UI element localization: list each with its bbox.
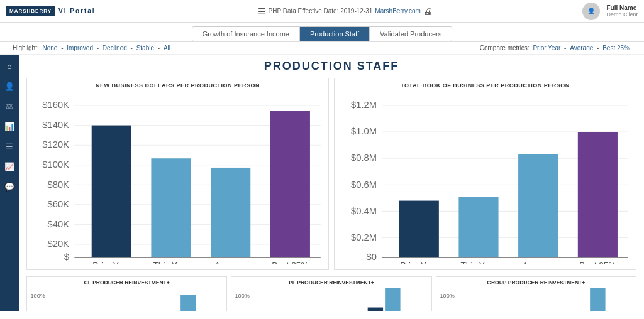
logo-box: MARSHBERRY	[6, 6, 55, 16]
user-info: Full Name Demo Client	[606, 4, 638, 18]
svg-text:$160K: $160K	[42, 100, 69, 110]
new-business-title: NEW BUSINESS DOLLARS PER PRODUCTION PERS…	[32, 82, 323, 89]
sidebar-icon-user[interactable]: 👤	[2, 80, 17, 92]
highlight-all[interactable]: All	[164, 45, 170, 51]
bar2-average	[518, 154, 558, 257]
highlight-improved[interactable]: Improved	[67, 45, 93, 51]
svg-text:$0: $0	[367, 252, 377, 262]
highlight-bar: Highlight: None - Improved - Declined - …	[0, 42, 644, 55]
svg-text:This Year: This Year	[153, 261, 189, 264]
svg-text:$20K: $20K	[48, 239, 70, 249]
bar2-this-year	[458, 197, 498, 257]
avatar: 👤	[582, 3, 600, 20]
svg-text:100%: 100%	[440, 293, 455, 299]
svg-text:$80K: $80K	[48, 180, 70, 190]
group-reinvestment-chart: GROUP PRODUCER REINVESTMENT+ 100% 80% 60…	[436, 276, 636, 311]
page-title: PRODUCTION STAFF	[26, 60, 636, 73]
reinvestment-row: CL PRODUCER REINVESTMENT+ 100% 80% 60% 4…	[26, 276, 636, 311]
highlight-left: Highlight: None - Improved - Declined - …	[13, 45, 172, 51]
svg-text:Prior Year: Prior Year	[92, 261, 130, 264]
tab-bar: Growth of Insurance Income Production St…	[0, 23, 644, 42]
svg-text:$120K: $120K	[42, 139, 69, 149]
tab-production[interactable]: Production Staff	[300, 27, 370, 41]
group-title: GROUP PRODUCER REINVESTMENT+	[440, 279, 632, 286]
bar-this-year	[151, 158, 191, 257]
pl-svg: 100% 80% 60% 40% 20% Your Agency Average…	[235, 288, 427, 311]
sidebar: ⌂ 👤 ⚖ 📊 ☰ 📈 💬	[0, 55, 19, 311]
sidebar-icon-chart[interactable]: 📊	[2, 120, 17, 132]
sidebar-icon-list[interactable]: ☰	[2, 140, 17, 153]
svg-text:100%: 100%	[31, 293, 45, 299]
svg-text:$0.2M: $0.2M	[351, 232, 377, 242]
svg-text:$0.8M: $0.8M	[351, 153, 377, 163]
pl-reinvestment-chart: PL PRODUCER REINVESTMENT+ 100% 80% 60% 4…	[231, 276, 431, 311]
svg-rect-67	[368, 307, 383, 311]
layout: ⌂ 👤 ⚖ 📊 ☰ 📈 💬 PRODUCTION STAFF NEW BUSIN…	[0, 55, 644, 311]
highlight-none[interactable]: None	[42, 45, 57, 51]
svg-text:$0.6M: $0.6M	[351, 180, 377, 190]
php-date-label: PHP Data Effective Date: 2019-12-31	[269, 8, 373, 14]
user-name: Full Name	[606, 4, 638, 11]
svg-text:Average: Average	[214, 261, 247, 264]
sidebar-icon-trending[interactable]: 📈	[2, 160, 17, 173]
bar-prior-year	[92, 126, 131, 257]
total-book-title: TOTAL BOOK OF BUSINESS PER PRODUCTION PE…	[340, 82, 631, 89]
cl-svg: 100% 80% 60% 40% 20% Your Agency Average	[31, 288, 223, 311]
sidebar-icon-chat[interactable]: 💬	[2, 180, 17, 193]
top-center: ☰ PHP Data Effective Date: 2019-12-31 Ma…	[107, 6, 582, 16]
logo-area: MARSHBERRY VI Portal	[6, 6, 107, 16]
svg-text:Best 25%: Best 25%	[579, 261, 616, 264]
cl-title: CL PRODUCER REINVESTMENT+	[31, 279, 223, 286]
svg-text:$: $	[64, 252, 69, 262]
new-business-chart: NEW BUSINESS DOLLARS PER PRODUCTION PERS…	[26, 78, 329, 270]
compare-best25[interactable]: Best 25%	[602, 45, 630, 51]
portal-label: VI Portal	[58, 8, 96, 14]
top-charts-row: NEW BUSINESS DOLLARS PER PRODUCTION PERS…	[26, 78, 636, 270]
highlight-stable[interactable]: Stable	[136, 45, 154, 51]
tab-group: Growth of Insurance Income Production St…	[192, 26, 453, 41]
svg-text:$60K: $60K	[48, 199, 70, 209]
svg-text:$40K: $40K	[48, 219, 70, 229]
compare-prior[interactable]: Prior Year	[533, 45, 560, 51]
bar2-best25	[578, 132, 618, 257]
svg-text:Best 25%: Best 25%	[272, 261, 308, 264]
highlight-right: Compare metrics: Prior Year - Average - …	[480, 45, 631, 51]
bar-best25	[270, 111, 310, 257]
bar2-prior-year	[399, 201, 439, 257]
total-book-chart: TOTAL BOOK OF BUSINESS PER PRODUCTION PE…	[334, 78, 636, 270]
logo-text: MARSHBERRY	[9, 8, 52, 14]
top-right: 👤 Full Name Demo Client	[582, 3, 638, 20]
svg-text:$1.0M: $1.0M	[351, 126, 377, 136]
printer-icon[interactable]: 🖨	[423, 6, 432, 16]
svg-rect-68	[385, 288, 400, 311]
svg-text:$0.4M: $0.4M	[351, 206, 377, 216]
website-link[interactable]: MarshBerry.com	[375, 8, 421, 14]
sidebar-icon-home[interactable]: ⌂	[2, 60, 17, 72]
tab-growth[interactable]: Growth of Insurance Income	[192, 27, 300, 41]
sidebar-icon-scale[interactable]: ⚖	[2, 100, 17, 112]
group-svg: 100% 80% 60% 40% 20% Your Agency Average…	[440, 288, 632, 311]
svg-rect-53	[180, 295, 196, 311]
svg-text:$140K: $140K	[42, 120, 69, 130]
compare-average[interactable]: Average	[570, 45, 593, 51]
svg-text:$1.2M: $1.2M	[351, 100, 377, 110]
tab-validated[interactable]: Validated Producers	[370, 27, 452, 41]
total-book-svg: $1.2M $1.0M $0.8M $0.6M $0.4M $0.2M $0	[340, 92, 631, 264]
svg-text:This Year: This Year	[461, 261, 497, 264]
svg-text:Prior Year: Prior Year	[400, 261, 438, 264]
main-content: PRODUCTION STAFF NEW BUSINESS DOLLARS PE…	[19, 55, 644, 311]
new-business-svg: $160K $140K $120K $100K $80K $60K $40K $…	[32, 92, 323, 264]
bar-average	[211, 168, 250, 257]
svg-text:Average: Average	[522, 261, 554, 264]
svg-rect-83	[590, 288, 605, 311]
user-sub: Demo Client	[606, 11, 638, 18]
top-bar: MARSHBERRY VI Portal ☰ PHP Data Effectiv…	[0, 0, 644, 23]
cl-reinvestment-chart: CL PRODUCER REINVESTMENT+ 100% 80% 60% 4…	[26, 276, 227, 311]
highlight-declined[interactable]: Declined	[103, 45, 127, 51]
hamburger-icon[interactable]: ☰	[258, 6, 266, 16]
svg-text:$100K: $100K	[42, 160, 69, 170]
pl-title: PL PRODUCER REINVESTMENT+	[235, 279, 427, 286]
svg-text:100%: 100%	[235, 293, 250, 299]
